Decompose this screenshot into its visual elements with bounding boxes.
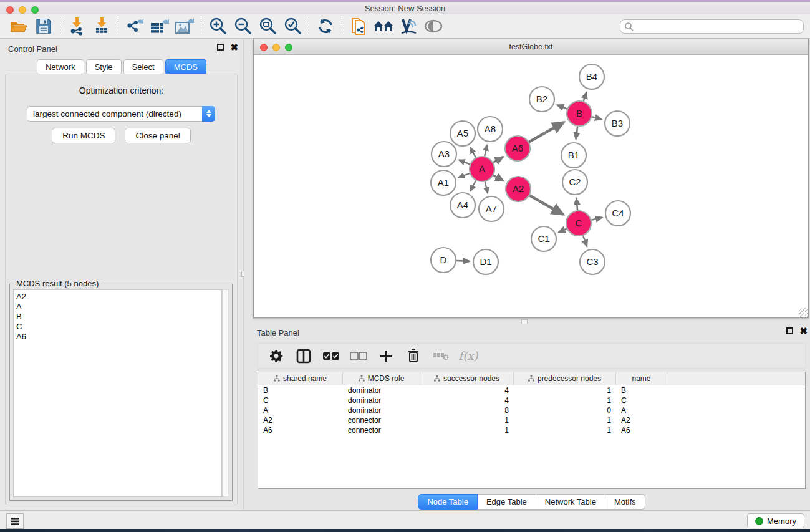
table-row[interactable]: Adominator80A [258, 405, 805, 415]
float-panel-icon[interactable] [217, 44, 224, 51]
node-C2[interactable]: C2 [562, 170, 587, 195]
cell-name[interactable]: A [616, 406, 667, 415]
split-columns-icon[interactable] [294, 347, 313, 365]
cell-MCDS-role[interactable]: dominator [343, 386, 420, 395]
node-B[interactable]: B [567, 101, 592, 126]
function-builder-icon[interactable]: f(x) [459, 347, 478, 365]
edge-A-A1[interactable] [458, 173, 470, 177]
cell-name[interactable]: C [616, 396, 667, 405]
cell-successor-nodes[interactable]: 1 [420, 426, 514, 435]
edge-A-A2[interactable] [493, 175, 503, 181]
open-file-icon[interactable] [6, 16, 31, 37]
show-panel-button[interactable] [6, 513, 24, 529]
cell-name[interactable]: A6 [616, 426, 667, 435]
cell-MCDS-role[interactable]: dominator [343, 396, 420, 405]
node-A2[interactable]: A2 [506, 177, 531, 201]
optimization-dropdown[interactable]: largest connected component (directed) [27, 106, 215, 122]
node-D1[interactable]: D1 [473, 249, 498, 274]
node-C1[interactable]: C1 [531, 226, 556, 251]
edge-C-C3[interactable] [583, 236, 587, 247]
vizmap-icon[interactable] [396, 16, 421, 37]
cell-shared-name[interactable]: B [258, 386, 343, 395]
import-table-icon[interactable] [89, 16, 114, 37]
table-row[interactable]: A6connector11A6 [258, 425, 805, 435]
result-item[interactable]: B [16, 312, 221, 322]
cell-predecessor-nodes[interactable]: 1 [514, 426, 616, 435]
cell-name[interactable]: A2 [616, 416, 667, 425]
memory-button[interactable]: Memory [747, 513, 804, 528]
edge-A2-C[interactable] [529, 195, 563, 215]
tab-mcds[interactable]: MCDS [165, 59, 206, 75]
close-table-panel-icon[interactable]: ✖ [799, 327, 808, 334]
edge-A-A4[interactable] [470, 181, 476, 191]
edge-A-A3[interactable] [459, 160, 470, 164]
select-all-icon[interactable] [322, 347, 340, 365]
result-scrollbar[interactable] [222, 289, 229, 497]
trash-icon[interactable] [404, 347, 423, 365]
cell-predecessor-nodes[interactable]: 0 [514, 406, 616, 415]
table-row[interactable]: Cdominator41C [258, 395, 805, 405]
edge-C-C4[interactable] [591, 217, 602, 220]
column-header-name[interactable]: name [616, 372, 667, 385]
result-item[interactable]: A [16, 302, 221, 312]
column-header-shared-name[interactable]: shared name [258, 372, 343, 385]
node-A1[interactable]: A1 [431, 170, 456, 195]
edge-D-D1[interactable] [456, 261, 470, 261]
export-network-icon[interactable] [122, 16, 147, 37]
result-item[interactable]: C [16, 322, 221, 332]
search-input[interactable] [620, 19, 804, 34]
node-table[interactable]: shared nameMCDS rolesuccessor nodesprede… [258, 372, 806, 489]
cell-successor-nodes[interactable]: 1 [420, 416, 514, 425]
node-B3[interactable]: B3 [605, 111, 630, 136]
tab-node-table[interactable]: Node Table [418, 494, 478, 510]
edge-C-C1[interactable] [559, 229, 567, 233]
save-session-icon[interactable] [31, 16, 56, 37]
column-header-successor-nodes[interactable]: successor nodes [420, 372, 514, 385]
node-A5[interactable]: A5 [450, 121, 475, 146]
cell-predecessor-nodes[interactable]: 1 [514, 396, 616, 405]
cell-successor-nodes[interactable]: 4 [420, 396, 514, 405]
cell-name[interactable]: B [616, 386, 667, 395]
cell-predecessor-nodes[interactable]: 1 [514, 386, 616, 395]
edge-B-B3[interactable] [592, 117, 601, 119]
zoom-out-icon[interactable] [230, 16, 255, 37]
node-C4[interactable]: C4 [605, 201, 630, 226]
node-D[interactable]: D [431, 248, 456, 273]
cell-shared-name[interactable]: A2 [258, 416, 343, 425]
gear-icon[interactable] [267, 347, 286, 365]
close-panel-button[interactable]: Close panel [125, 128, 190, 143]
cell-MCDS-role[interactable]: connector [343, 426, 420, 435]
table-row[interactable]: A2connector11A2 [258, 415, 805, 425]
import-network-icon[interactable] [64, 16, 89, 37]
node-A4[interactable]: A4 [450, 193, 475, 218]
column-header-MCDS-role[interactable]: MCDS role [343, 372, 420, 385]
zoom-selected-icon[interactable] [280, 16, 305, 37]
edge-B-B2[interactable] [557, 105, 567, 109]
edge-C-C2[interactable] [576, 198, 577, 210]
cell-predecessor-nodes[interactable]: 1 [514, 416, 616, 425]
edge-B-B4[interactable] [584, 92, 587, 101]
node-C3[interactable]: C3 [580, 249, 605, 274]
node-B1[interactable]: B1 [561, 143, 586, 168]
edge-B-B1[interactable] [576, 127, 577, 139]
split-drag-handle[interactable] [521, 319, 528, 324]
node-A7[interactable]: A7 [479, 196, 504, 221]
node-A6[interactable]: A6 [505, 136, 530, 161]
edge-A-A5[interactable] [470, 148, 476, 158]
cell-shared-name[interactable]: A6 [258, 426, 343, 435]
node-A[interactable]: A [470, 157, 494, 181]
tab-network[interactable]: Network [37, 59, 84, 75]
float-table-panel-icon[interactable] [786, 327, 793, 334]
delete-table-icon[interactable] [432, 347, 450, 365]
node-B2[interactable]: B2 [529, 87, 554, 112]
network-canvas[interactable]: AA1A2A3A4A5A6A7A8BB1B2B3B4CC1C2C3C4DD1 [254, 56, 808, 318]
zoom-fit-icon[interactable] [255, 16, 280, 37]
cell-successor-nodes[interactable]: 4 [420, 386, 514, 395]
home-pair-icon[interactable] [371, 16, 396, 37]
cell-shared-name[interactable]: C [258, 396, 343, 405]
eye-icon[interactable] [421, 16, 446, 37]
edge-A-A7[interactable] [485, 181, 488, 193]
export-table-icon[interactable] [147, 16, 172, 37]
column-header-predecessor-nodes[interactable]: predecessor nodes [514, 372, 616, 385]
edge-A6-B[interactable] [529, 122, 564, 142]
